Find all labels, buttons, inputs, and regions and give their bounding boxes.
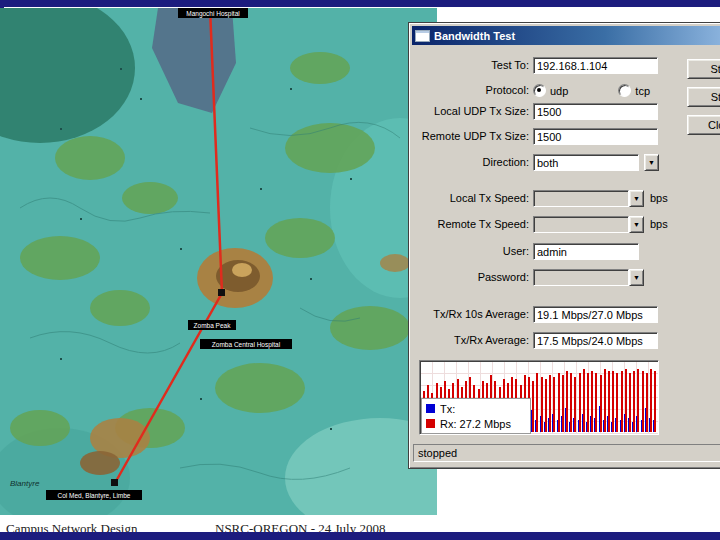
svg-text:Mangochi Hospital: Mangochi Hospital <box>186 10 240 18</box>
radio-unselected-icon <box>618 84 631 97</box>
bandwidth-test-dialog: Bandwidth Test Test To: Protocol: udp tc… <box>408 22 720 469</box>
status-text: stopped <box>418 447 457 459</box>
chevron-down-icon: ▼ <box>648 159 655 166</box>
txrx-average-label: Tx/Rx Average: <box>409 332 529 349</box>
local-tx-speed-label: Local Tx Speed: <box>409 190 529 207</box>
start-button[interactable]: Start <box>687 59 720 79</box>
dialog-title: Bandwidth Test <box>434 30 515 42</box>
presentation-slide: Mangochi Hospital Zomba Peak Zomba Centr… <box>0 0 720 540</box>
remote-tx-speed-label: Remote Tx Speed: <box>409 216 529 233</box>
txrx-average-value <box>533 332 658 349</box>
map-label-zomba-hospital: Zomba Central Hospital <box>200 339 292 349</box>
password-dropdown-button[interactable]: ▼ <box>629 269 644 286</box>
password-input[interactable] <box>533 269 629 286</box>
local-tx-speed-unit: bps <box>650 190 668 207</box>
topographic-map-image: Mangochi Hospital Zomba Peak Zomba Centr… <box>0 8 437 515</box>
map-label-blantyre: Blantyre <box>10 479 40 488</box>
local-tx-speed-input[interactable] <box>533 190 629 207</box>
direction-dropdown-button[interactable]: ▼ <box>644 154 659 171</box>
direction-label: Direction: <box>409 154 529 171</box>
svg-text:Zomba Peak: Zomba Peak <box>194 322 232 329</box>
stop-button[interactable]: Stop <box>687 87 720 107</box>
txrx-10s-average-label: Tx/Rx 10s Average: <box>409 306 529 323</box>
chart-legend: Tx: Rx: 27.2 Mbps <box>421 398 531 434</box>
remote-tx-speed-input[interactable] <box>533 216 629 233</box>
remote-tx-speed-unit: bps <box>650 216 668 233</box>
map-label-col-med: Col Med, Blantyre, Limbe <box>46 490 142 500</box>
legend-row-tx: Tx: <box>426 403 526 415</box>
svg-text:Col Med, Blantyre, Limbe: Col Med, Blantyre, Limbe <box>58 492 131 500</box>
legend-rx-label: Rx: 27.2 Mbps <box>440 418 511 430</box>
chevron-down-icon: ▼ <box>633 195 640 202</box>
local-tx-speed-dropdown-button[interactable]: ▼ <box>629 190 644 207</box>
local-udp-size-input[interactable] <box>533 103 658 120</box>
protocol-radio-tcp[interactable]: tcp <box>618 84 650 97</box>
window-icon <box>415 30 430 42</box>
txrx-10s-average-value <box>533 306 658 323</box>
legend-row-rx: Rx: 27.2 Mbps <box>426 418 526 430</box>
top-border-bar <box>0 0 720 7</box>
close-button[interactable]: Close <box>687 115 720 135</box>
test-to-label: Test To: <box>409 57 529 74</box>
protocol-radio-udp[interactable]: udp <box>533 84 568 97</box>
user-label: User: <box>409 243 529 260</box>
user-input[interactable] <box>533 243 639 260</box>
svg-text:Zomba Central Hospital: Zomba Central Hospital <box>212 341 281 349</box>
remote-udp-size-label: Remote UDP Tx Size: <box>409 128 529 145</box>
remote-udp-size-input[interactable] <box>533 128 658 145</box>
dialog-titlebar[interactable]: Bandwidth Test <box>412 26 720 45</box>
chevron-down-icon: ▼ <box>633 221 640 228</box>
password-label: Password: <box>409 269 529 286</box>
test-to-input[interactable] <box>533 57 658 74</box>
protocol-tcp-label: tcp <box>635 85 650 97</box>
map-label-mangochi: Mangochi Hospital <box>178 8 248 18</box>
radio-selected-icon <box>533 84 546 97</box>
rx-color-swatch-icon <box>426 419 435 428</box>
protocol-label: Protocol: <box>409 82 529 99</box>
network-map: Mangochi Hospital Zomba Peak Zomba Centr… <box>0 8 437 515</box>
legend-tx-label: Tx: <box>440 403 455 415</box>
chevron-down-icon: ▼ <box>633 274 640 281</box>
remote-tx-speed-dropdown-button[interactable]: ▼ <box>629 216 644 233</box>
status-bar: stopped <box>413 444 720 462</box>
local-udp-size-label: Local UDP Tx Size: <box>409 103 529 120</box>
map-label-zomba-peak: Zomba Peak <box>188 320 236 330</box>
bottom-border-bar <box>0 532 720 540</box>
direction-input[interactable] <box>533 154 639 171</box>
tx-color-swatch-icon <box>426 404 435 413</box>
protocol-udp-label: udp <box>550 85 568 97</box>
protocol-radio-group: udp tcp <box>533 82 650 99</box>
